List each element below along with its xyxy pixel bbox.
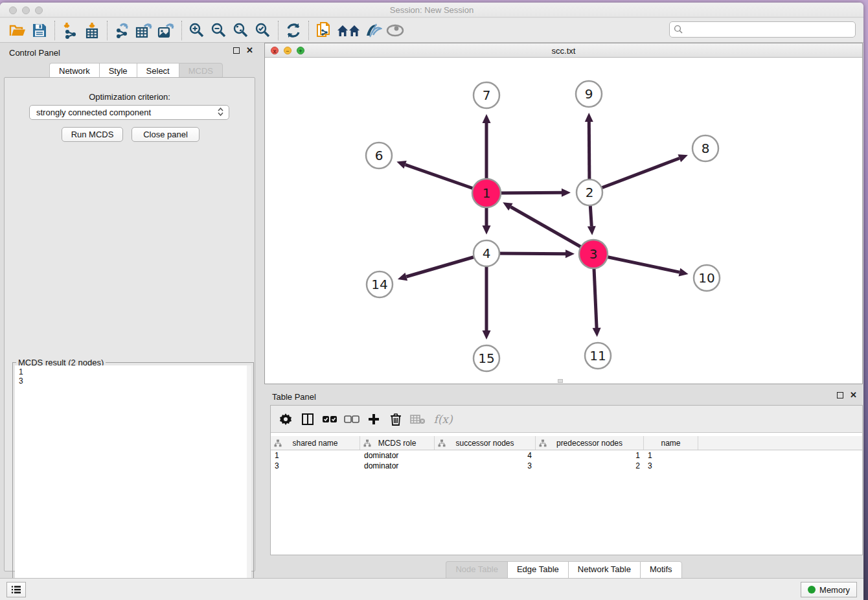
toolbar-separator [181,21,182,40]
zoom-out-icon[interactable] [208,21,230,40]
edge-arrowhead [588,226,596,235]
import-table-icon[interactable] [81,21,103,40]
hierarchy-icon [363,439,371,447]
network-title: scc.txt [265,46,862,56]
edge-arrowhead [396,161,406,168]
edge-arrowhead [398,273,407,281]
table-panel-title: Table Panel [272,392,316,402]
app-window: Session: New Session [0,3,863,600]
table-row[interactable]: 1 dominator 4 1 1 [271,450,862,461]
column-header-name[interactable]: name [644,436,698,450]
cell-successor-nodes[interactable]: 4 [435,451,536,460]
delete-column-icon[interactable] [386,410,405,429]
zoom-selected-icon[interactable] [252,21,274,40]
unselect-all-columns-icon[interactable] [342,410,361,429]
zoom-in-icon[interactable] [186,21,208,40]
control-panel-title: Control Panel [9,48,60,58]
close-panel-icon[interactable]: ✕ [246,47,253,54]
app-titlebar: Session: New Session [0,3,863,17]
save-session-icon[interactable] [29,21,51,40]
edge-2-8[interactable] [589,158,680,192]
edge-arrowhead [679,268,689,277]
cell-mcds-role[interactable]: dominator [360,451,435,460]
close-panel-button[interactable]: Close panel [131,127,200,142]
node-label-15: 15 [478,351,494,366]
cell-shared-name[interactable]: 1 [271,451,360,460]
node-table: shared name MCDS role successor nodes pr… [271,436,862,555]
network-canvas[interactable]: 7968124314101511 [265,58,862,384]
table-header-row: shared name MCDS role successor nodes pr… [271,436,862,450]
search-box[interactable] [669,21,856,38]
toolbar-separator [107,21,108,40]
toolbar-separator [54,21,55,40]
memory-button[interactable]: Memory [801,582,857,597]
node-label-6: 6 [375,148,383,163]
column-header-mcds-role[interactable]: MCDS role [360,436,435,450]
edge-arrowhead [593,328,601,337]
table-row[interactable]: 3 dominator 3 2 3 [271,461,862,471]
delete-table-icon [408,410,428,429]
memory-status-icon [808,586,816,594]
search-icon [674,25,683,34]
show-task-history-button[interactable] [6,582,26,597]
import-network-icon[interactable] [59,21,81,40]
edge-arrowhead [483,114,491,123]
app-title: Session: New Session [0,5,863,15]
table-options-icon[interactable] [276,410,295,429]
criterion-select[interactable]: strongly connected component [29,105,229,120]
column-header-shared-name[interactable]: shared name [271,436,360,450]
run-mcds-button[interactable]: Run MCDS [62,127,123,142]
duplicate-network-icon[interactable] [313,21,335,40]
select-all-columns-icon[interactable] [320,410,339,429]
show-graphics-details-icon[interactable] [362,21,384,40]
first-neighbors-icon[interactable] [335,21,362,40]
close-table-panel-icon[interactable]: ✕ [850,392,857,398]
edge-arrowhead [483,330,491,340]
open-session-icon[interactable] [6,21,29,40]
node-table-container: f(x) shared name MCDS role successor [270,405,863,555]
main-toolbar [0,18,863,43]
result-scrollbar[interactable] [247,365,251,600]
network-scroll-nub[interactable] [558,379,563,383]
node-label-4: 4 [483,246,491,261]
mcds-result-group: MCDS result (2 nodes) 1 3 [12,358,254,600]
edge-arrowhead [483,225,491,235]
criterion-value: strongly connected component [36,108,151,117]
bird-eye-view-icon[interactable] [384,21,406,40]
show-columns-icon[interactable] [298,410,317,429]
hierarchy-icon [438,439,446,447]
network-titlebar[interactable]: x − + scc.txt [265,43,862,58]
hierarchy-icon [274,439,282,447]
export-image-icon[interactable] [155,21,177,40]
control-panel-header: Control Panel ✕ [0,43,259,61]
toolbar-separator [278,21,279,40]
node-label-1: 1 [483,185,491,201]
chevron-updown-icon [218,108,223,116]
column-header-successor-nodes[interactable]: successor nodes [435,436,536,450]
search-input[interactable] [683,25,855,34]
optimization-criterion-label: Optimization criterion: [5,92,255,102]
float-table-panel-icon[interactable] [837,392,843,398]
cell-successor-nodes[interactable]: 3 [435,461,536,470]
mcds-result-text[interactable]: 1 3 [15,365,247,600]
add-column-icon[interactable] [364,410,383,429]
cell-mcds-role[interactable]: dominator [360,461,435,470]
export-table-icon[interactable] [133,21,155,40]
apply-layout-icon[interactable] [282,21,304,40]
cell-predecessor-nodes[interactable]: 2 [536,461,644,470]
node-label-9: 9 [585,86,593,102]
float-panel-icon[interactable] [233,47,240,54]
export-network-icon[interactable] [111,21,133,40]
function-builder-icon: f(x) [430,410,456,429]
status-bar: Memory [0,578,863,600]
cell-name[interactable]: 3 [644,461,698,470]
node-label-10: 10 [698,270,714,286]
zoom-fit-icon[interactable] [230,21,252,40]
mcds-panel: Optimization criterion: strongly connect… [4,77,255,571]
column-header-predecessor-nodes[interactable]: predecessor nodes [536,436,644,450]
cell-name[interactable]: 1 [644,451,698,460]
network-frame: x − + scc.txt 7968124314101511 [264,43,863,384]
cell-shared-name[interactable]: 3 [271,461,360,470]
node-label-8: 8 [702,141,710,156]
cell-predecessor-nodes[interactable]: 1 [536,451,644,460]
